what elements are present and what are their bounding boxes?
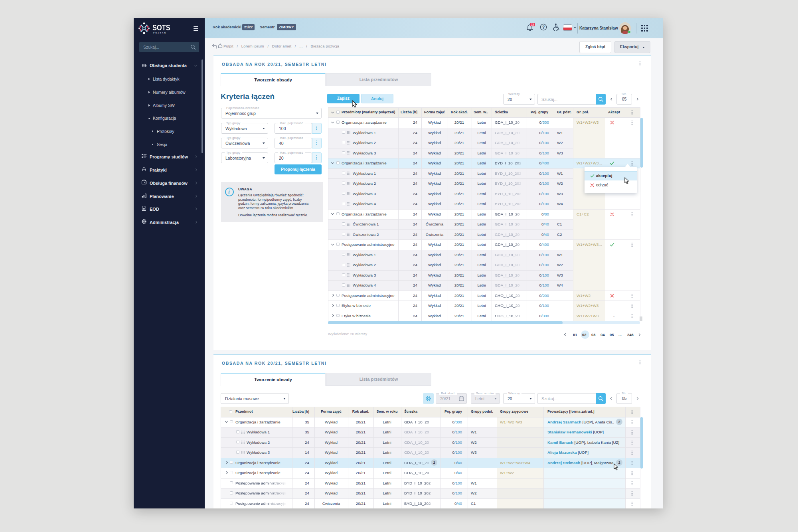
svg-text:?: ? [542,25,545,30]
